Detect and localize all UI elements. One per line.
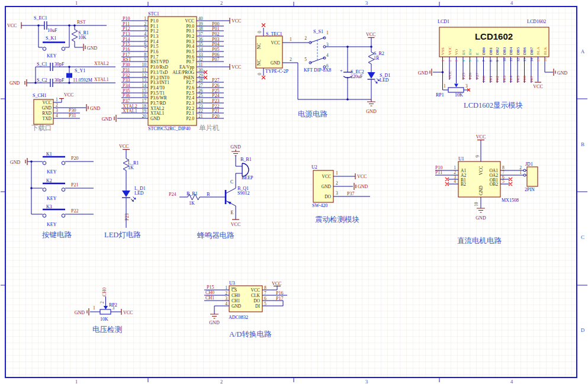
- net-label: VCC: [357, 174, 367, 179]
- crystal-symbol: [66, 73, 72, 78]
- pin-number: 10: [474, 202, 479, 206]
- pin-name: VCC: [478, 166, 484, 175]
- net-label: GND: [90, 106, 101, 111]
- net-label: P21: [212, 108, 219, 114]
- pin-name: VO: [454, 49, 459, 55]
- pin-name: EA/Vpp: [179, 64, 194, 70]
- net-label: P27: [212, 78, 219, 83]
- caption: 蜂鸣器电路: [197, 231, 234, 240]
- pin-name: P0.5: [186, 49, 194, 54]
- polarity-plus: +: [340, 68, 343, 73]
- net-label: P16: [276, 291, 283, 296]
- net-label: XTAL2: [94, 61, 109, 66]
- value-label: KEY: [47, 53, 57, 59]
- net-label: GND: [10, 160, 21, 165]
- designator: K1: [46, 151, 52, 157]
- pin-number: 2: [448, 60, 452, 62]
- net-label: XTAL1: [123, 108, 137, 114]
- value-label: KEY: [47, 222, 57, 227]
- part-label: 2PIN: [525, 187, 535, 192]
- pin-name: RW: [468, 49, 473, 55]
- pin-number: 13: [522, 58, 526, 62]
- net-label: P03: [502, 76, 507, 82]
- net-label: P17: [276, 296, 283, 301]
- net-label: P33: [123, 78, 130, 83]
- frame-col-label: 1: [75, 0, 78, 6]
- net-label: P26: [212, 83, 219, 88]
- pin-number: 1: [519, 170, 522, 175]
- pin-number: 3: [113, 305, 115, 311]
- net-label: GND: [102, 117, 113, 122]
- pin-name: P1.3: [150, 34, 159, 39]
- net-label: VCC: [533, 84, 542, 89]
- pin-name: DB3: [502, 47, 507, 55]
- pin-number: 14: [142, 83, 147, 88]
- pin-name: P0.7: [186, 59, 194, 64]
- value-label: 10K: [455, 92, 463, 98]
- caption: 震动检测模块: [315, 215, 359, 224]
- part-label: MX1508: [502, 198, 519, 203]
- frame-row-label: A: [581, 49, 585, 54]
- pin-name: P3.1/TxD: [150, 70, 168, 75]
- net-label: P00: [481, 76, 486, 82]
- pin-name: RXD: [42, 111, 52, 116]
- pin-name: DB0: [481, 47, 486, 55]
- net-label: P36: [123, 93, 130, 98]
- value-label: 1K: [128, 165, 134, 170]
- junction-dot: [30, 187, 33, 189]
- net-label: RST: [123, 57, 131, 62]
- net-label: P04: [212, 41, 219, 47]
- designator: LCD1: [438, 19, 449, 24]
- designator: U1: [458, 156, 464, 162]
- pin-number: 10: [502, 58, 506, 62]
- value-label: BEEP: [242, 175, 253, 180]
- pin-number: 1: [225, 285, 227, 291]
- pin-name: VCC: [322, 174, 331, 179]
- pin-number: 24: [198, 98, 203, 104]
- pin-number: 8: [489, 60, 493, 62]
- pin-number: 7: [144, 47, 146, 52]
- caption: 电压检测: [92, 325, 122, 334]
- pin-number: 3: [144, 26, 146, 31]
- frame-row-label: C: [581, 234, 584, 240]
- net-label: P37: [347, 191, 354, 196]
- caption: 电源电路: [298, 110, 328, 118]
- designator: RP1: [436, 92, 444, 98]
- pin-number: 14: [529, 57, 534, 62]
- net-label: P02: [212, 31, 219, 37]
- pin-number: 5: [502, 179, 505, 184]
- value-label: S9012: [237, 191, 249, 196]
- pin-number: 17: [142, 98, 147, 104]
- pin-number: 6: [264, 296, 266, 301]
- net-label: P13: [123, 31, 130, 37]
- pin-number: 2: [225, 291, 227, 296]
- pin-number: 6: [326, 63, 329, 69]
- pin-number: 28: [198, 78, 203, 83]
- junction-dot: [68, 66, 70, 68]
- net-label: P26: [468, 73, 473, 79]
- junction-dot: [370, 46, 372, 48]
- pin-name: NC: [256, 43, 262, 49]
- pin-number: 1: [326, 30, 329, 36]
- junction-dot: [30, 160, 33, 163]
- net-label: RST: [77, 20, 86, 25]
- pin-name: P2.7: [186, 80, 194, 85]
- designator: JD1: [525, 162, 533, 167]
- net-label: P15: [123, 41, 130, 47]
- net-label: XTAL1: [94, 77, 109, 82]
- pin-name: P1.5: [150, 44, 159, 49]
- net-label: VCC: [232, 64, 241, 70]
- pin-number: 5: [468, 60, 472, 62]
- pin-number: 3: [56, 108, 58, 113]
- pin-number: 4: [144, 31, 146, 37]
- designator: B_R1: [187, 191, 198, 196]
- designator: STC1: [148, 11, 159, 17]
- pin-name: DB1: [489, 47, 493, 55]
- connector-body: [527, 167, 538, 186]
- value-label: 10K: [100, 317, 108, 322]
- net-label: P01: [212, 26, 219, 31]
- pin-name: BLK: [543, 47, 548, 55]
- designator: S_C2: [37, 78, 47, 83]
- net-label: CH1: [205, 295, 214, 301]
- pin-number: 2: [290, 57, 292, 62]
